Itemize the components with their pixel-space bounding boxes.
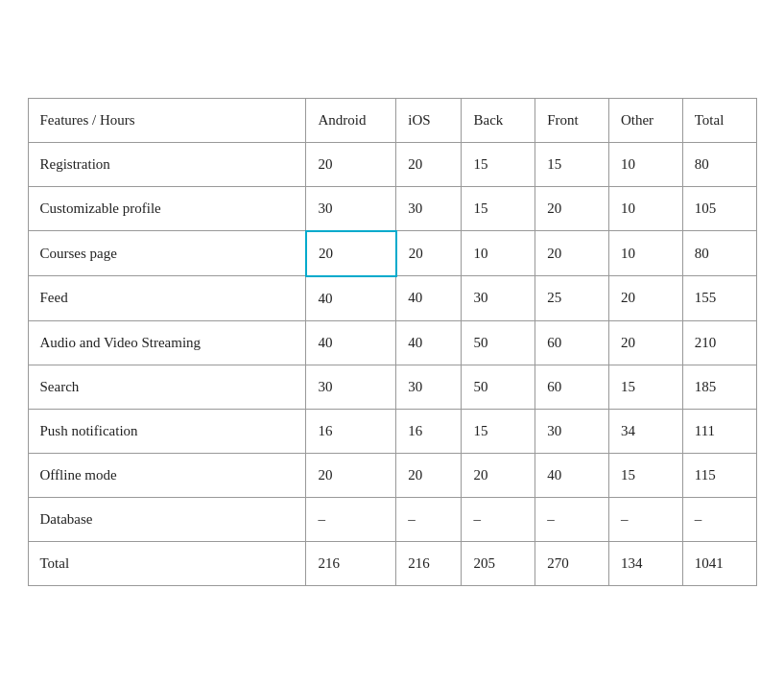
cell-android: 20 bbox=[306, 231, 396, 276]
cell-front: 20 bbox=[535, 231, 609, 276]
table-row: Courses page202010201080 bbox=[28, 231, 756, 276]
header-other: Other bbox=[608, 98, 682, 142]
features-hours-table: Features / Hours Android iOS Back Front … bbox=[28, 98, 757, 586]
cell-android: 30 bbox=[306, 186, 396, 231]
cell-android: 216 bbox=[306, 541, 396, 585]
header-feature: Features / Hours bbox=[28, 98, 306, 142]
cell-back: 15 bbox=[462, 409, 535, 453]
cell-front: 20 bbox=[535, 186, 609, 231]
cell-other: 34 bbox=[608, 409, 682, 453]
cell-total: 80 bbox=[682, 142, 756, 186]
cell-feature: Audio and Video Streaming bbox=[28, 320, 306, 365]
cell-feature: Feed bbox=[28, 276, 306, 321]
cell-other: 15 bbox=[608, 365, 682, 409]
cell-front: 25 bbox=[535, 276, 609, 321]
cell-ios: 40 bbox=[396, 320, 462, 365]
header-android: Android bbox=[306, 98, 396, 142]
cell-android: 30 bbox=[306, 365, 396, 409]
cell-back: 20 bbox=[462, 453, 535, 497]
cell-other: – bbox=[608, 497, 682, 541]
cell-feature: Registration bbox=[28, 142, 306, 186]
cell-ios: 30 bbox=[396, 365, 462, 409]
cell-feature: Database bbox=[28, 497, 306, 541]
cell-front: 40 bbox=[535, 453, 609, 497]
table-row: Database–––––– bbox=[28, 497, 756, 541]
cell-total: 210 bbox=[682, 320, 756, 365]
cell-total: 115 bbox=[682, 453, 756, 497]
cell-other: 10 bbox=[608, 142, 682, 186]
cell-other: 15 bbox=[608, 453, 682, 497]
cell-feature: Offline mode bbox=[28, 453, 306, 497]
table-row: Push notification1616153034111 bbox=[28, 409, 756, 453]
cell-total: – bbox=[682, 497, 756, 541]
cell-front: 60 bbox=[535, 320, 609, 365]
table-row: Search3030506015185 bbox=[28, 365, 756, 409]
header-front: Front bbox=[535, 98, 609, 142]
cell-total: 105 bbox=[682, 186, 756, 231]
cell-android: 20 bbox=[306, 142, 396, 186]
cell-total: 111 bbox=[682, 409, 756, 453]
cell-total: 155 bbox=[682, 276, 756, 321]
cell-ios: 20 bbox=[396, 142, 462, 186]
cell-total: 1041 bbox=[682, 541, 756, 585]
cell-back: 50 bbox=[462, 365, 535, 409]
table-header-row: Features / Hours Android iOS Back Front … bbox=[28, 98, 756, 142]
table-row: Registration202015151080 bbox=[28, 142, 756, 186]
cell-feature: Search bbox=[28, 365, 306, 409]
cell-ios: 20 bbox=[396, 231, 462, 276]
cell-other: 10 bbox=[608, 186, 682, 231]
header-back: Back bbox=[462, 98, 535, 142]
cell-ios: 216 bbox=[396, 541, 462, 585]
cell-ios: 16 bbox=[396, 409, 462, 453]
table-container: Features / Hours Android iOS Back Front … bbox=[28, 98, 757, 586]
cell-android: 40 bbox=[306, 320, 396, 365]
cell-ios: 30 bbox=[396, 186, 462, 231]
cell-android: 20 bbox=[306, 453, 396, 497]
cell-back: 10 bbox=[462, 231, 535, 276]
cell-back: 15 bbox=[462, 186, 535, 231]
table-row: Audio and Video Streaming4040506020210 bbox=[28, 320, 756, 365]
cell-ios: 20 bbox=[396, 453, 462, 497]
cell-front: 60 bbox=[535, 365, 609, 409]
cell-other: 10 bbox=[608, 231, 682, 276]
header-total: Total bbox=[682, 98, 756, 142]
cell-other: 20 bbox=[608, 276, 682, 321]
table-row: Offline mode2020204015115 bbox=[28, 453, 756, 497]
cell-front: 15 bbox=[535, 142, 609, 186]
cell-other: 134 bbox=[608, 541, 682, 585]
cell-front: 30 bbox=[535, 409, 609, 453]
cell-back: 205 bbox=[462, 541, 535, 585]
cell-feature: Courses page bbox=[28, 231, 306, 276]
cell-back: 30 bbox=[462, 276, 535, 321]
header-ios: iOS bbox=[396, 98, 462, 142]
cell-ios: 40 bbox=[396, 276, 462, 321]
cell-back: – bbox=[462, 497, 535, 541]
cell-android: 40 bbox=[306, 276, 396, 321]
cell-other: 20 bbox=[608, 320, 682, 365]
table-row: Feed4040302520155 bbox=[28, 276, 756, 321]
cell-android: 16 bbox=[306, 409, 396, 453]
table-row: Customizable profile3030152010105 bbox=[28, 186, 756, 231]
cell-front: – bbox=[535, 497, 609, 541]
cell-ios: – bbox=[396, 497, 462, 541]
cell-android: – bbox=[306, 497, 396, 541]
table-row: Total2162162052701341041 bbox=[28, 541, 756, 585]
cell-total: 185 bbox=[682, 365, 756, 409]
cell-feature: Customizable profile bbox=[28, 186, 306, 231]
cell-total: 80 bbox=[682, 231, 756, 276]
cell-feature: Push notification bbox=[28, 409, 306, 453]
cell-front: 270 bbox=[535, 541, 609, 585]
cell-back: 15 bbox=[462, 142, 535, 186]
cell-back: 50 bbox=[462, 320, 535, 365]
cell-feature: Total bbox=[28, 541, 306, 585]
